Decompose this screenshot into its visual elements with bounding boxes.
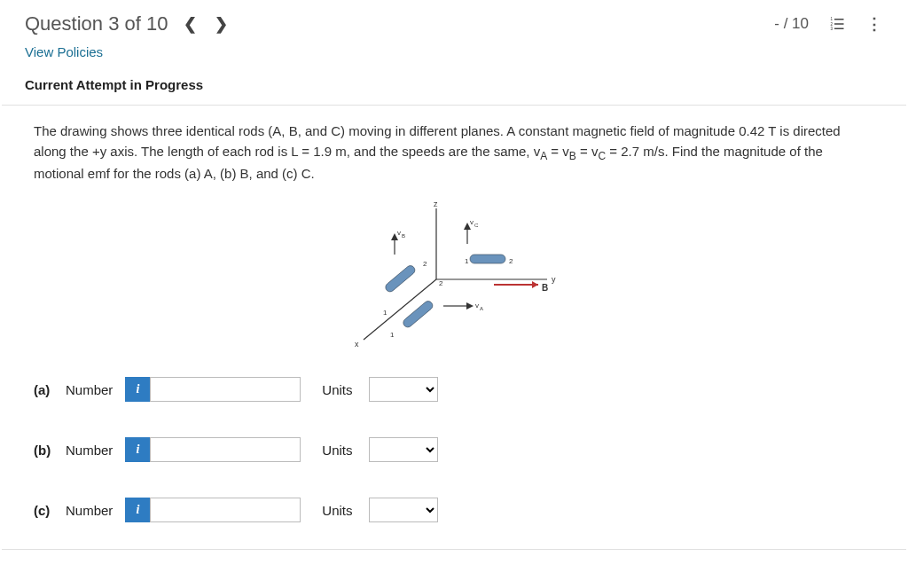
number-label-b: Number: [66, 443, 113, 458]
attempt-progress-label: Current Attempt in Progress: [0, 70, 908, 105]
svg-text:B: B: [402, 233, 405, 239]
svg-text:1: 1: [831, 17, 834, 21]
units-select-b[interactable]: [369, 437, 438, 462]
number-input-c[interactable]: [150, 498, 301, 522]
svg-text:C: C: [474, 223, 479, 228]
question-list-icon[interactable]: 1 2 3: [828, 15, 846, 33]
x-axis-label: x: [355, 340, 359, 349]
view-policies-link[interactable]: View Policies: [0, 44, 908, 70]
z-axis-label: z: [434, 200, 438, 208]
info-icon[interactable]: i: [125, 377, 150, 402]
info-icon[interactable]: i: [125, 498, 150, 522]
number-label-a: Number: [66, 382, 113, 397]
svg-text:3: 3: [831, 27, 834, 31]
units-label-c: Units: [322, 503, 352, 518]
svg-text:2: 2: [831, 22, 834, 27]
svg-text:1: 1: [390, 331, 395, 339]
b-field-label: B: [542, 283, 548, 293]
question-card: The drawing shows three identical rods (…: [2, 105, 906, 550]
svg-text:1: 1: [465, 257, 469, 265]
svg-text:2: 2: [509, 257, 513, 265]
question-figure: z y x B 1 2 v C: [339, 200, 569, 350]
part-a-label: (a): [34, 382, 66, 397]
va-label: v: [475, 302, 479, 310]
units-label-b: Units: [322, 443, 352, 458]
part-c-label: (c): [34, 503, 66, 518]
vb-label: v: [397, 229, 401, 237]
svg-rect-17: [384, 264, 417, 294]
units-select-c[interactable]: [369, 498, 438, 522]
svg-text:A: A: [480, 306, 483, 311]
more-options-icon[interactable]: ⋮: [865, 15, 883, 33]
svg-rect-11: [470, 255, 505, 263]
svg-text:2: 2: [439, 279, 443, 287]
answer-row-c: (c) Number i Units: [34, 498, 874, 522]
question-counter: Question 3 of 10: [25, 12, 168, 35]
next-question-button[interactable]: ❯: [215, 14, 228, 34]
info-icon[interactable]: i: [125, 437, 150, 462]
svg-text:2: 2: [423, 260, 427, 268]
units-label-a: Units: [322, 382, 352, 397]
svg-text:1: 1: [383, 309, 387, 317]
number-input-b[interactable]: [150, 437, 301, 462]
prev-question-button[interactable]: ❮: [184, 14, 197, 34]
svg-marker-10: [532, 281, 538, 288]
answer-row-b: (b) Number i Units: [34, 437, 874, 462]
y-axis-label: y: [552, 275, 556, 284]
units-select-a[interactable]: [369, 377, 438, 402]
number-input-a[interactable]: [150, 377, 301, 402]
question-text: The drawing shows three identical rods (…: [34, 122, 874, 184]
score-display: - / 10: [774, 15, 809, 33]
vc-label: v: [470, 218, 474, 226]
svg-marker-27: [466, 302, 474, 310]
answer-row-a: (a) Number i Units: [34, 377, 874, 402]
part-b-label: (b): [34, 443, 66, 458]
number-label-c: Number: [66, 503, 113, 518]
